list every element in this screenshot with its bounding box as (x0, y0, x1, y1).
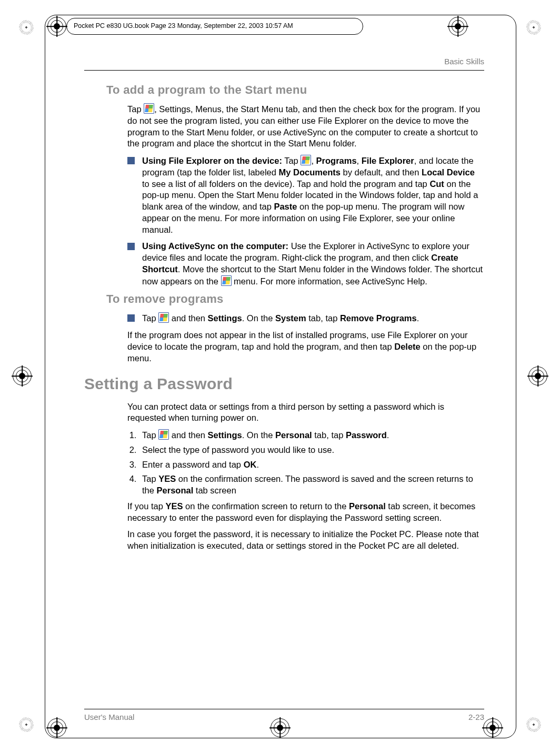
print-header: Pocket PC e830 UG.book Page 23 Monday, S… (74, 22, 293, 29)
list-item: Using ActiveSync on the computer: Use th… (127, 241, 484, 287)
list-item: Select the type of password you would li… (139, 444, 484, 456)
body-text: If the program does not appear in the li… (127, 330, 484, 364)
list-item: Tap and then Settings. On the System tab… (127, 312, 484, 324)
header-rule (84, 70, 484, 71)
footer-left: User's Manual (84, 713, 134, 721)
start-icon (301, 155, 311, 165)
start-icon (221, 275, 232, 286)
crop-mark-icon (526, 20, 541, 35)
heading-remove-programs: To remove programs (106, 292, 484, 306)
register-mark-icon (527, 365, 548, 387)
running-head: Basic Skills (84, 57, 484, 66)
body-text: You can protect data or settings from a … (127, 401, 484, 424)
crop-mark-icon (19, 717, 34, 732)
list-item: Using File Explorer on the device: Tap ,… (127, 155, 484, 235)
start-icon (144, 103, 154, 114)
footer-right: 2-23 (468, 713, 484, 721)
start-icon (158, 429, 169, 440)
list-item: Enter a password and tap OK. (139, 459, 484, 471)
register-mark-icon (12, 365, 33, 387)
start-icon (158, 312, 169, 323)
heading-add-program: To add a program to the Start menu (106, 83, 484, 97)
crop-mark-icon (19, 20, 34, 35)
list-item: Tap and then Settings. On the Personal t… (139, 429, 484, 441)
list-item: Tap YES on the confirmation screen. The … (139, 473, 484, 497)
body-text: In case you forget the password, it is n… (127, 529, 484, 552)
body-text: Tap , Settings, Menus, the Start Menu ta… (127, 103, 484, 150)
heading-setting-password: Setting a Password (84, 375, 484, 393)
crop-mark-icon (526, 717, 541, 732)
body-text: If you tap YES on the confirmation scree… (127, 501, 484, 524)
